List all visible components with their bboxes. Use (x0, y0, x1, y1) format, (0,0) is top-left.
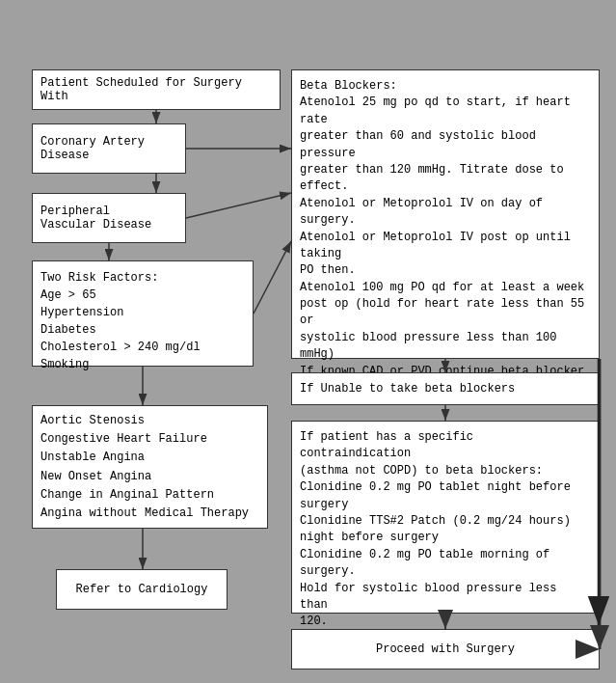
peripheral-vascular-box: Peripheral Vascular Disease (32, 193, 186, 243)
if-unable-box: If Unable to take beta blockers (291, 372, 600, 405)
proceed-surgery-label: Proceed with Surgery (376, 642, 515, 656)
aortic-stenosis-box: Aortic Stenosis Congestive Heart Failure… (32, 405, 268, 529)
svg-line-5 (254, 241, 291, 314)
beta-blockers-label: Beta Blockers: Atenolol 25 mg po qd to s… (300, 79, 591, 395)
two-risk-factors-label: Two Risk Factors: Age > 65 Hypertension … (40, 269, 201, 373)
coronary-artery-box: Coronary Artery Disease (32, 123, 186, 174)
beta-blockers-box: Beta Blockers: Atenolol 25 mg po qd to s… (291, 69, 600, 359)
refer-cardiology-box: Refer to Cardiology (56, 569, 228, 610)
peripheral-vascular-label: Peripheral Vascular Disease (40, 205, 151, 232)
svg-line-4 (186, 193, 291, 218)
coronary-artery-label: Coronary Artery Disease (40, 135, 145, 162)
if-unable-label: If Unable to take beta blockers (300, 382, 515, 396)
patient-scheduled-label: Patient Scheduled for Surgery With (40, 76, 272, 103)
proceed-surgery-box: Proceed with Surgery (291, 629, 600, 669)
aortic-stenosis-label: Aortic Stenosis Congestive Heart Failure… (40, 412, 249, 523)
contraindication-label: If patient has a specific contraindicati… (300, 430, 571, 628)
two-risk-factors-box: Two Risk Factors: Age > 65 Hypertension … (32, 260, 254, 367)
patient-scheduled-box: Patient Scheduled for Surgery With (32, 69, 281, 110)
contraindication-box: If patient has a specific contraindicati… (291, 421, 600, 614)
refer-cardiology-label: Refer to Cardiology (76, 583, 208, 596)
